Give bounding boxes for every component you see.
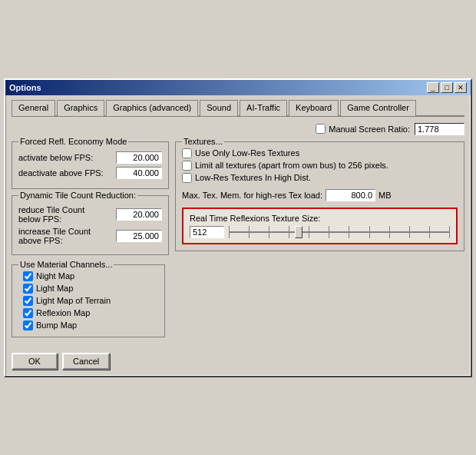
maximize-button[interactable]: □: [441, 82, 453, 93]
dynamic-tile-box: Dynamic Tile Count Reduction: reduce Til…: [12, 195, 169, 255]
manual-screen-ratio-checkbox[interactable]: [316, 124, 326, 134]
tex-option2-checkbox[interactable]: [182, 161, 192, 171]
light-map-terrain-label: Light Map of Terrain: [36, 296, 111, 305]
middle-row: Forced Refl. Economy Mode activate below…: [12, 141, 464, 255]
night-map-checkbox[interactable]: [23, 271, 33, 281]
max-tex-label: Max. Tex. Mem. for high-res Tex load:: [182, 191, 322, 200]
increase-tile-row: increase Tile Count above FPS:: [18, 227, 162, 245]
material-items: Night Map Light Map Light Map of Terrain…: [23, 271, 158, 330]
activate-fps-label: activate below FPS:: [18, 153, 93, 162]
material-item-night-map: Night Map: [23, 271, 158, 281]
left-panel: Forced Refl. Economy Mode activate below…: [12, 141, 169, 255]
increase-tile-label: increase Tile Count above FPS:: [18, 227, 95, 245]
tex-option2-label: Limit all textures (apart from own bus) …: [195, 161, 388, 170]
slider-tick: [229, 226, 230, 238]
tex-option3-label: Low-Res Textures In High Dist.: [195, 173, 311, 182]
reduce-tile-label: reduce Tile Count below FPS:: [18, 205, 95, 224]
slider-tick: [389, 226, 390, 238]
material-box: Use Material Channels... Night Map Light…: [12, 264, 165, 337]
max-tex-input[interactable]: [326, 189, 375, 201]
realtime-box: Real Time Reflexions Texture Size:: [182, 208, 458, 244]
material-title: Use Material Channels...: [18, 260, 114, 269]
window-content: General Graphics Graphics (advanced) Sou…: [5, 95, 471, 376]
tex-option1-label: Use Only Low-Res Textures: [195, 148, 299, 158]
window-title: Options: [9, 83, 41, 92]
reduce-tile-input[interactable]: [116, 208, 162, 221]
tab-bar: General Graphics Graphics (advanced) Sou…: [12, 99, 464, 117]
material-item-light-map: Light Map: [23, 284, 158, 294]
titlebar: Options _ □ ✕: [5, 80, 471, 95]
material-item-reflexion-map: Reflexion Map: [23, 308, 158, 318]
titlebar-controls: _ □ ✕: [427, 82, 467, 93]
slider-tick: [289, 226, 289, 238]
manual-screen-ratio-row: Manual Screen Ratio:: [12, 123, 464, 135]
cancel-button[interactable]: Cancel: [62, 353, 110, 370]
light-map-label: Light Map: [36, 284, 73, 293]
tex-option1-row: Use Only Low-Res Textures: [182, 148, 458, 158]
material-item-light-map-terrain: Light Map of Terrain: [23, 296, 158, 306]
tab-keyboard[interactable]: Keyboard: [289, 100, 339, 116]
tex-option1-checkbox[interactable]: [182, 148, 192, 158]
textures-title: Textures...: [182, 137, 224, 146]
slider-tick: [429, 226, 430, 238]
slider-tick: [309, 226, 309, 238]
tab-graphics[interactable]: Graphics: [57, 100, 104, 116]
realtime-input[interactable]: [190, 226, 224, 238]
slider-tick: [329, 226, 329, 238]
light-map-checkbox[interactable]: [23, 284, 33, 294]
slider-tick: [369, 226, 370, 238]
tab-sound[interactable]: Sound: [200, 100, 238, 116]
realtime-slider-track: [229, 226, 450, 238]
realtime-title: Real Time Reflexions Texture Size:: [190, 214, 450, 223]
night-map-label: Night Map: [36, 271, 74, 281]
right-panel: Textures... Use Only Low-Res Textures Li…: [175, 141, 464, 255]
textures-box: Textures... Use Only Low-Res Textures Li…: [175, 141, 464, 251]
deactivate-fps-input[interactable]: [116, 167, 162, 179]
options-window: Options _ □ ✕ General Graphics Graphics …: [4, 78, 472, 377]
material-item-bump-map: Bump Map: [23, 320, 158, 330]
slider-ticks: [229, 226, 450, 238]
close-button[interactable]: ✕: [455, 82, 467, 93]
light-map-terrain-checkbox[interactable]: [23, 296, 33, 306]
deactivate-fps-label: deactivate above FPS:: [18, 168, 104, 178]
tex-option2-row: Limit all textures (apart from own bus) …: [182, 161, 458, 171]
tab-game-controller[interactable]: Game Controller: [340, 100, 416, 116]
forced-refl-title: Forced Refl. Economy Mode: [18, 137, 128, 146]
reflexion-map-checkbox[interactable]: [23, 308, 33, 318]
ok-button[interactable]: OK: [12, 353, 58, 370]
bottom-buttons-row: OK Cancel: [12, 350, 464, 370]
slider-tick: [249, 226, 250, 238]
manual-screen-ratio-label: Manual Screen Ratio:: [316, 124, 410, 134]
tex-option3-checkbox[interactable]: [182, 173, 192, 183]
bump-map-label: Bump Map: [36, 320, 77, 330]
screen-ratio-input[interactable]: [415, 123, 464, 135]
tab-graphics-advanced[interactable]: Graphics (advanced): [106, 100, 198, 116]
slider-tick: [409, 226, 410, 238]
realtime-slider-thumb[interactable]: [295, 226, 302, 238]
slider-tick: [449, 226, 450, 238]
forced-refl-box: Forced Refl. Economy Mode activate below…: [12, 141, 169, 189]
activate-fps-input[interactable]: [116, 151, 162, 164]
tab-general[interactable]: General: [12, 100, 55, 116]
max-tex-row: Max. Tex. Mem. for high-res Tex load: MB: [182, 189, 458, 201]
tex-option3-row: Low-Res Textures In High Dist.: [182, 173, 458, 183]
main-content: Manual Screen Ratio: Forced Refl. Econom…: [12, 123, 464, 370]
slider-tick: [349, 226, 349, 238]
slider-tick: [269, 226, 269, 238]
dynamic-tile-title: Dynamic Tile Count Reduction:: [18, 191, 137, 200]
max-tex-unit: MB: [378, 191, 392, 200]
tab-ai-traffic[interactable]: AI-Traffic: [240, 100, 287, 116]
increase-tile-input[interactable]: [116, 230, 162, 242]
reduce-tile-row: reduce Tile Count below FPS:: [18, 205, 162, 224]
bump-map-checkbox[interactable]: [23, 320, 33, 330]
reflexion-map-label: Reflexion Map: [36, 308, 90, 317]
deactivate-fps-row: deactivate above FPS:: [18, 167, 162, 179]
activate-fps-row: activate below FPS:: [18, 151, 162, 164]
realtime-row: [190, 226, 450, 238]
textures-options: Use Only Low-Res Textures Limit all text…: [182, 148, 458, 183]
minimize-button[interactable]: _: [427, 82, 439, 93]
